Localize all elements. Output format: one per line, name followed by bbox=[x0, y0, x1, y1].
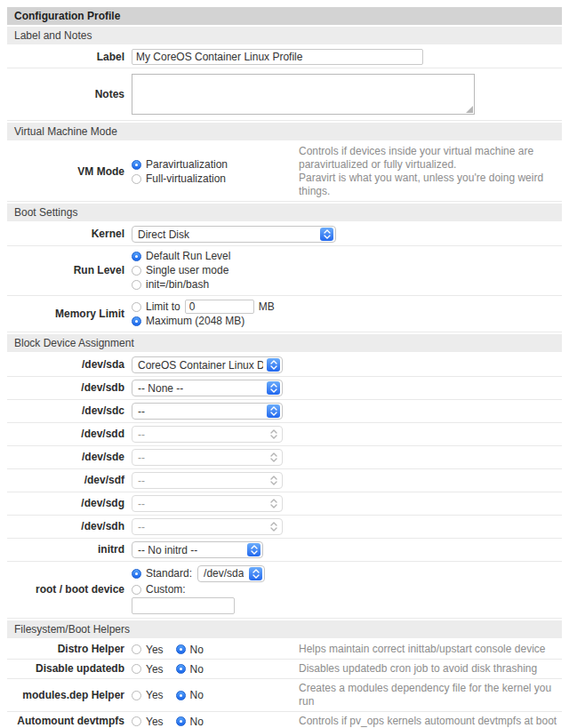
select-stepper-icon bbox=[247, 543, 260, 556]
vm-mode-full-virtualization-radio[interactable] bbox=[132, 174, 141, 184]
initrd-row: initrd -- No initrd -- bbox=[7, 539, 562, 562]
section-label-and-notes: Label and Notes bbox=[7, 27, 562, 44]
select-stepper-icon bbox=[267, 404, 280, 418]
initrd-select-value: -- No initrd -- bbox=[138, 544, 197, 556]
modules-dep-yes-radio[interactable] bbox=[132, 691, 141, 700]
root-boot-custom-radio[interactable] bbox=[132, 585, 141, 595]
dev-sdb-row: /dev/sdb -- None -- bbox=[7, 377, 562, 400]
select-stepper-icon bbox=[267, 381, 280, 395]
automount-devtmpfs-label: Automount devtmpfs bbox=[7, 716, 124, 727]
kernel-select-value: Direct Disk bbox=[138, 228, 189, 241]
run-level-init-bash-label: init=/bin/bash bbox=[146, 278, 209, 292]
disable-updatedb-yes-radio[interactable] bbox=[132, 664, 141, 674]
vm-mode-row: VM Mode Paravirtualization Full-virtuali… bbox=[7, 142, 562, 202]
kernel-select[interactable]: Direct Disk bbox=[132, 226, 336, 243]
section-filesystem-boot-helpers: Filesystem/Boot Helpers bbox=[7, 620, 562, 638]
select-stepper-icon bbox=[320, 228, 333, 241]
dev-sdf-label: /dev/sdf bbox=[7, 475, 124, 486]
select-stepper-icon bbox=[267, 474, 280, 487]
vm-mode-full-virtualization-label: Full-virtualization bbox=[146, 172, 226, 186]
distro-helper-yes-label: Yes bbox=[146, 644, 164, 656]
select-stepper-icon bbox=[267, 497, 280, 510]
run-level-row: Run Level Default Run Level Single user … bbox=[7, 246, 562, 296]
dev-sdc-row: /dev/sdc -- bbox=[7, 400, 562, 423]
disable-updatedb-no-radio[interactable] bbox=[176, 664, 186, 674]
run-level-init-bash-radio[interactable] bbox=[132, 280, 141, 290]
notes-row: Notes bbox=[7, 68, 562, 121]
root-boot-custom-input[interactable] bbox=[132, 597, 235, 614]
select-stepper-icon bbox=[267, 451, 280, 464]
section-boot-settings: Boot Settings bbox=[7, 204, 562, 221]
modules-dep-helper-row: modules.dep Helper Yes No Creates a modu… bbox=[7, 679, 562, 712]
automount-devtmpfs-no-radio[interactable] bbox=[176, 716, 186, 726]
dev-sdf-row: /dev/sdf -- bbox=[7, 469, 562, 492]
dev-sdc-select-value: -- bbox=[138, 405, 145, 418]
dev-sda-select-value: CoreOS Container Linux Disk bbox=[138, 359, 263, 372]
dev-sdf-select-value: -- bbox=[138, 475, 145, 487]
run-level-single-user-radio[interactable] bbox=[132, 266, 141, 276]
distro-helper-no-label: No bbox=[190, 644, 204, 656]
distro-helper-help: Helps maintain correct inittab/upstart c… bbox=[299, 643, 562, 656]
dev-sdd-select-value: -- bbox=[138, 428, 145, 441]
root-boot-standard-select-value: /dev/sda bbox=[204, 567, 244, 580]
vm-mode-label: VM Mode bbox=[7, 166, 124, 178]
memory-limit-to-radio[interactable] bbox=[132, 302, 141, 312]
dev-sda-label: /dev/sda bbox=[7, 359, 124, 371]
dev-sde-row: /dev/sde -- bbox=[7, 446, 562, 469]
label-row: Label bbox=[7, 46, 562, 68]
resize-grip-icon[interactable] bbox=[466, 106, 473, 113]
disable-updatedb-help: Disables updatedb cron job to avoid disk… bbox=[299, 662, 562, 676]
initrd-select[interactable]: -- No initrd -- bbox=[132, 541, 263, 558]
dev-sdb-label: /dev/sdb bbox=[7, 382, 124, 394]
vm-mode-help: Controls if devices inside your virtual … bbox=[299, 145, 562, 198]
dev-sdd-select[interactable]: -- bbox=[132, 426, 283, 443]
section-block-device-assignment: Block Device Assignment bbox=[7, 334, 562, 352]
automount-devtmpfs-yes-label: Yes bbox=[146, 716, 164, 728]
label-field-label: Label bbox=[7, 52, 124, 63]
vm-mode-paravirtualization-radio[interactable] bbox=[132, 160, 141, 170]
automount-devtmpfs-help: Controls if pv_ops kernels automount dev… bbox=[299, 715, 562, 728]
dev-sdd-row: /dev/sdd -- bbox=[7, 423, 562, 446]
root-boot-standard-radio[interactable] bbox=[132, 569, 141, 579]
select-stepper-icon bbox=[267, 428, 280, 441]
memory-maximum-radio[interactable] bbox=[132, 316, 141, 326]
dev-sdb-select-value: -- None -- bbox=[138, 382, 183, 395]
select-stepper-icon bbox=[267, 520, 280, 533]
dev-sda-select[interactable]: CoreOS Container Linux Disk bbox=[132, 356, 283, 373]
root-boot-standard-select[interactable]: /dev/sda bbox=[197, 565, 265, 582]
disable-updatedb-row: Disable updatedb Yes No Disables updated… bbox=[7, 660, 562, 679]
memory-limit-row: Memory Limit Limit to MB Maximum (2048 M… bbox=[7, 296, 562, 332]
label-input[interactable] bbox=[132, 49, 423, 65]
configuration-profile-form: Configuration Profile Label and Notes La… bbox=[0, 0, 569, 728]
memory-maximum-label: Maximum (2048 MB) bbox=[146, 315, 244, 328]
select-stepper-icon bbox=[249, 567, 262, 580]
dev-sdh-select[interactable]: -- bbox=[132, 518, 283, 535]
notes-textarea[interactable] bbox=[132, 74, 475, 115]
dev-sdd-label: /dev/sdd bbox=[7, 428, 124, 440]
modules-dep-no-label: No bbox=[190, 689, 204, 701]
dev-sdc-select[interactable]: -- bbox=[132, 403, 283, 420]
root-boot-standard-label: Standard: bbox=[146, 567, 192, 580]
dev-sdf-select[interactable]: -- bbox=[132, 472, 283, 489]
dev-sde-select[interactable]: -- bbox=[132, 449, 283, 466]
disable-updatedb-no-label: No bbox=[190, 663, 204, 676]
dev-sdg-row: /dev/sdg -- bbox=[7, 492, 562, 516]
run-level-single-user-label: Single user mode bbox=[146, 264, 228, 277]
distro-helper-yes-radio[interactable] bbox=[132, 644, 141, 654]
modules-dep-help: Creates a modules dependency file for th… bbox=[299, 682, 562, 708]
dev-sdb-select[interactable]: -- None -- bbox=[132, 380, 283, 396]
run-level-default-radio[interactable] bbox=[132, 252, 141, 261]
distro-helper-no-radio[interactable] bbox=[176, 644, 186, 654]
modules-dep-no-radio[interactable] bbox=[176, 691, 186, 700]
memory-limit-input[interactable] bbox=[185, 300, 254, 314]
run-level-label: Run Level bbox=[7, 265, 124, 276]
dev-sdg-select[interactable]: -- bbox=[132, 495, 283, 512]
dev-sdh-label: /dev/sdh bbox=[7, 521, 124, 532]
automount-devtmpfs-yes-radio[interactable] bbox=[132, 716, 141, 726]
distro-helper-label: Distro Helper bbox=[7, 644, 124, 655]
notes-field-label: Notes bbox=[7, 89, 124, 100]
automount-devtmpfs-row: Automount devtmpfs Yes No Controls if pv… bbox=[7, 712, 562, 728]
memory-limit-to-label: Limit to bbox=[146, 300, 180, 314]
dev-sdh-row: /dev/sdh -- bbox=[7, 516, 562, 539]
dev-sde-label: /dev/sde bbox=[7, 452, 124, 463]
